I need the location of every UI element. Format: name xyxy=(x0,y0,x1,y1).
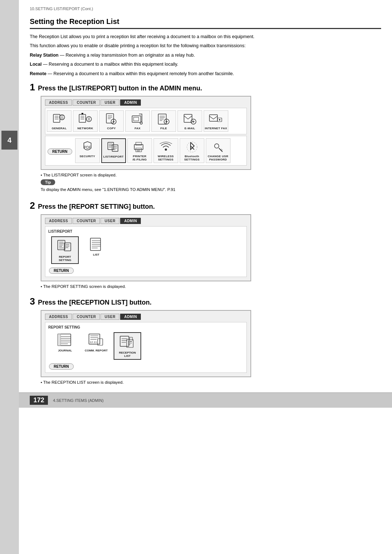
svg-text:PDF: PDF xyxy=(84,146,91,150)
step-1-heading: 1 Press the [LIST/REPORT] button in the … xyxy=(30,82,381,92)
chapter-tab: 4 xyxy=(1,131,17,150)
reportsetting-label: REPORT SETTING xyxy=(53,255,77,262)
icon-receptionlist[interactable]: RECEPTION LIST xyxy=(114,332,141,360)
svg-rect-33 xyxy=(120,336,129,346)
svg-rect-7 xyxy=(134,117,139,121)
description-block: The Reception List allows you to print a… xyxy=(30,33,381,77)
tab-bar-1: ADDRESS COUNTER USER ADMIN xyxy=(45,99,247,106)
svg-rect-13 xyxy=(209,115,217,121)
icon-listreport[interactable]: LIST/REPORT xyxy=(101,138,126,163)
local-text: — Reserving a document to a mailbox with… xyxy=(42,62,178,67)
password-label: CHANGE USR PASSWORD xyxy=(208,155,228,161)
return-btn-2[interactable]: RETURN xyxy=(49,268,74,274)
icon-bluetooth[interactable]: Bluetooth SETTINGS xyxy=(180,138,204,163)
tab-address-2[interactable]: ADDRESS xyxy=(45,218,72,224)
tab-admin-2[interactable]: ADMIN xyxy=(120,218,141,224)
commreport-label: COMM. REPORT xyxy=(85,349,107,352)
icon-file[interactable]: FILE xyxy=(151,110,176,132)
receptionlist-label: RECEPTION LIST xyxy=(116,351,139,358)
commreport-icon: 12.11 xyxy=(87,332,106,348)
file-icon xyxy=(156,112,172,126)
icon-network[interactable]: NETWORK xyxy=(73,110,98,132)
fax-icon xyxy=(130,112,146,126)
step-2-heading: 2 Press the [REPORT SETTING] button. xyxy=(30,201,381,211)
general-icon xyxy=(51,112,67,126)
security-icon: PDF xyxy=(79,140,95,154)
page-number: 172 xyxy=(30,396,48,405)
step-2-number: 2 xyxy=(30,201,35,210)
icon-reportsetting[interactable]: REPORT SETTING xyxy=(51,236,79,264)
svg-point-22 xyxy=(165,148,167,151)
tab-admin-3[interactable]: ADMIN xyxy=(120,314,141,320)
step-2: 2 Press the [REPORT SETTING] button. ADD… xyxy=(30,201,381,289)
remote-label: Remote xyxy=(30,71,46,76)
icon-journal[interactable]: JOURNAL xyxy=(51,332,79,360)
security-label: SECURITY xyxy=(79,155,95,158)
svg-text:12.11: 12.11 xyxy=(90,341,97,344)
icon-password[interactable]: CHANGE USR PASSWORD xyxy=(206,138,230,163)
local-label: Local xyxy=(30,62,42,67)
journal-icon xyxy=(56,332,74,348)
svg-rect-17 xyxy=(108,142,114,150)
step-2-bullet: The REPORT SETTING screen is displayed. xyxy=(41,284,381,289)
tab-counter-1[interactable]: COUNTER xyxy=(73,99,100,106)
tip-block: Tip To display the ADMIN menu, see "1.EN… xyxy=(41,179,381,193)
svg-point-15 xyxy=(219,119,220,121)
desc-para1: The Reception List allows you to print a… xyxy=(30,33,381,40)
tab-admin-1[interactable]: ADMIN xyxy=(120,99,141,106)
tab-user-2[interactable]: USER xyxy=(101,218,119,224)
fax-label: FAX xyxy=(135,127,140,130)
screen-1: ADDRESS COUNTER USER ADMIN xyxy=(41,96,251,170)
receptionlist-icon xyxy=(118,334,137,350)
email-icon xyxy=(182,112,198,126)
desc-local: Local — Reserving a document to a mailbo… xyxy=(30,61,381,68)
return-btn-3[interactable]: RETURN xyxy=(49,363,74,370)
svg-rect-29 xyxy=(58,334,61,346)
list-label: LIST xyxy=(93,253,99,256)
step-1-bullet: The LIST/REPORT screen is displayed. xyxy=(41,173,381,177)
step-3-text: Press the [RECEPTION LIST] button. xyxy=(38,299,151,306)
copy-label: COPY xyxy=(107,127,116,130)
tab-bar-3: ADDRESS COUNTER USER ADMIN xyxy=(45,314,247,320)
relay-label: Relay Station xyxy=(30,53,58,58)
icon-copy[interactable]: COPY xyxy=(99,110,124,132)
tab-address-3[interactable]: ADDRESS xyxy=(45,314,72,320)
svg-rect-2 xyxy=(79,114,86,122)
listreport-label: LIST/REPORT xyxy=(103,155,124,158)
icon-grid-1: GENERAL NETWORK xyxy=(45,108,247,134)
svg-rect-0 xyxy=(53,114,60,122)
copy-icon xyxy=(103,112,119,126)
network-label: NETWORK xyxy=(77,127,93,130)
icon-email[interactable]: E-MAIL xyxy=(177,110,202,132)
step-1-text: Press the [LIST/REPORT] button in the AD… xyxy=(38,85,202,92)
icon-grid-2: RETURN PDF SECURITY xyxy=(45,136,247,166)
tab-user-1[interactable]: USER xyxy=(101,99,119,106)
bluetooth-icon xyxy=(184,140,200,154)
ifax-label: INTERNET FAX xyxy=(205,127,227,130)
icon-wireless[interactable]: WIRELESS SETTINGS xyxy=(154,138,178,163)
printer-label: PRINTER /E-FILING xyxy=(132,155,147,161)
tab-user-3[interactable]: USER xyxy=(101,314,119,320)
step-1-number: 1 xyxy=(30,82,35,92)
tab-counter-3[interactable]: COUNTER xyxy=(73,314,100,320)
icon-general[interactable]: GENERAL xyxy=(47,110,72,132)
journal-label: JOURNAL xyxy=(58,349,72,352)
icon-commreport[interactable]: 12.11 COMM. REPORT xyxy=(82,332,110,360)
icon-list[interactable]: LIST xyxy=(82,236,110,264)
top-header: 10.SETTING LIST/REPORT (Cont.) xyxy=(30,7,381,12)
return-btn-1[interactable]: RETURN xyxy=(48,148,72,155)
bottom-text: 4.SETTING ITEMS (ADMIN) xyxy=(53,398,103,403)
icon-fax[interactable]: FAX xyxy=(125,110,150,132)
tab-counter-2[interactable]: COUNTER xyxy=(73,218,100,224)
wireless-label: WIRELESS SETTINGS xyxy=(158,155,174,161)
tab-bar-2: ADDRESS COUNTER USER ADMIN xyxy=(45,218,247,224)
icon-ifax[interactable]: INTERNET FAX xyxy=(204,110,228,132)
step-3-heading: 3 Press the [RECEPTION LIST] button. xyxy=(30,297,381,306)
tab-address-1[interactable]: ADDRESS xyxy=(45,99,72,106)
password-icon xyxy=(210,140,226,154)
step-1: 1 Press the [LIST/REPORT] button in the … xyxy=(30,82,381,193)
tip-badge: Tip xyxy=(41,179,55,185)
icon-security[interactable]: PDF SECURITY xyxy=(75,138,100,163)
listreport-icon xyxy=(106,140,122,154)
icon-printer[interactable]: PRINTER /E-FILING xyxy=(127,138,152,163)
